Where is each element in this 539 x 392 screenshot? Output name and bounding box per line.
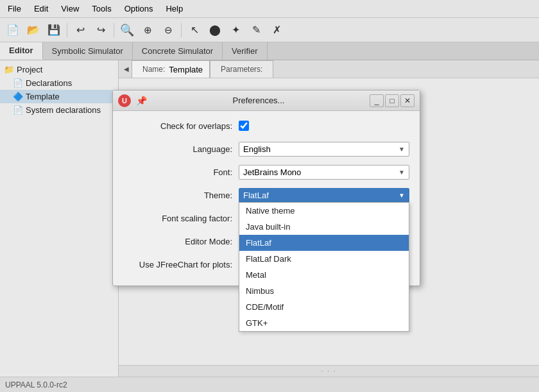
- font-value: JetBrains Mono: [243, 167, 301, 177]
- language-arrow: ▼: [398, 146, 405, 153]
- theme-option-metal[interactable]: Metal: [239, 267, 409, 283]
- editor-mode-label: Editor Mode:: [123, 237, 239, 246]
- dialog-app-icon: U: [118, 94, 131, 107]
- language-row: Language: English ▼: [123, 141, 409, 157]
- dialog-restore-btn[interactable]: □: [385, 94, 399, 107]
- jfreechart-label: Use JFreeChart for plots:: [123, 260, 239, 269]
- dialog-titlebar: U 📌 Preferences... _ □ ✕: [113, 90, 420, 111]
- dialog-control-btns: _ □ ✕: [370, 94, 415, 107]
- theme-option-java[interactable]: Java built-in: [239, 219, 409, 235]
- font-select[interactable]: JetBrains Mono ▼: [239, 165, 409, 180]
- theme-value: FlatLaf: [243, 191, 269, 200]
- theme-dropdown-list: Native theme Java built-in FlatLaf FlatL…: [239, 202, 409, 332]
- font-arrow: ▼: [398, 169, 405, 176]
- theme-select[interactable]: FlatLaf ▼: [239, 188, 409, 203]
- theme-option-flatlaf-dark[interactable]: FlatLaf Dark: [239, 251, 409, 267]
- preferences-dialog: U 📌 Preferences... _ □ ✕ Check for overl…: [112, 90, 420, 286]
- font-row: Font: JetBrains Mono ▼: [123, 164, 409, 180]
- theme-control: FlatLaf ▼ Native theme Java built-in Fla…: [239, 188, 409, 203]
- theme-label: Theme:: [123, 191, 239, 200]
- dialog-minimize-btn[interactable]: _: [370, 94, 384, 107]
- check-overlaps-control: [239, 121, 409, 131]
- dialog-title: Preferences...: [151, 96, 366, 105]
- theme-option-gtk[interactable]: GTK+: [239, 315, 409, 331]
- language-value: English: [243, 144, 271, 154]
- dialog-close-btn[interactable]: ✕: [400, 94, 415, 107]
- check-overlaps-row: Check for overlaps:: [123, 117, 409, 134]
- check-overlaps-label: Check for overlaps:: [123, 121, 239, 131]
- language-label: Language:: [123, 144, 239, 154]
- dialog-pin-btn[interactable]: 📌: [135, 94, 148, 107]
- language-control: English ▼: [239, 142, 409, 157]
- font-control: JetBrains Mono ▼: [239, 165, 409, 180]
- theme-row: Theme: FlatLaf ▼ Native theme Java built…: [123, 187, 409, 203]
- theme-arrow: ▼: [398, 192, 405, 199]
- dialog-body: Check for overlaps: Language: English ▼ …: [113, 111, 420, 285]
- language-select[interactable]: English ▼: [239, 142, 409, 157]
- theme-option-native[interactable]: Native theme: [239, 203, 409, 219]
- theme-option-cde[interactable]: CDE/Motif: [239, 299, 409, 315]
- check-overlaps-wrap: [239, 121, 409, 131]
- theme-option-flatlaf[interactable]: FlatLaf: [239, 235, 409, 251]
- theme-option-nimbus[interactable]: Nimbus: [239, 283, 409, 299]
- font-scaling-label: Font scaling factor:: [123, 214, 239, 223]
- font-label: Font:: [123, 167, 239, 177]
- check-overlaps-checkbox[interactable]: [239, 121, 249, 131]
